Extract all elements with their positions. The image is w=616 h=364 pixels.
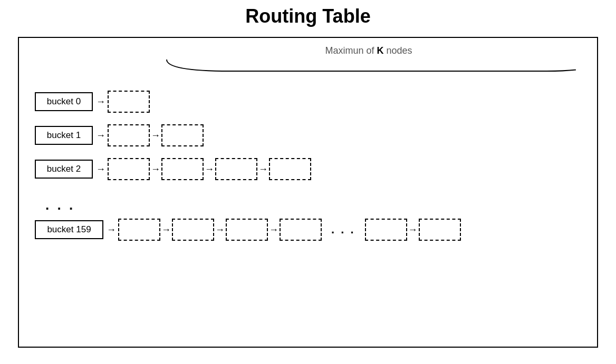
bucket-label-159: bucket 159: [35, 220, 103, 239]
link-arrow-1-0: →: [151, 124, 160, 146]
node-2-0: [108, 158, 150, 180]
node-0-0: [108, 91, 150, 113]
bucket-rows: bucket 0 → bucket 1 → → bucket 2 → → → →…: [35, 91, 581, 252]
brace-label: Maximun of K nodes: [325, 45, 412, 56]
initial-arrow-0: →: [96, 96, 105, 107]
node-2-3: [269, 158, 311, 180]
link-arrow-2-0: →: [151, 158, 160, 180]
link-arrow-2-1: →: [205, 158, 214, 180]
bucket-row-159: bucket 159 → → → → . . . →: [35, 219, 581, 241]
bucket-label-1: bucket 1: [35, 126, 93, 145]
node-159-2: [226, 219, 268, 241]
brace-text-prefix: Maximun of: [325, 45, 377, 56]
node-159-3: [280, 219, 322, 241]
brace-container: Maximun of K nodes: [161, 45, 576, 73]
initial-arrow-1: →: [96, 130, 105, 141]
node-159-0: [118, 219, 160, 241]
dots-middle: . . .: [45, 197, 581, 213]
bucket-row-0: bucket 0 →: [35, 91, 581, 113]
link-arrow-159-1: →: [215, 219, 225, 241]
diagram-box: Maximun of K nodes bucket 0 → bucket 1 →…: [18, 37, 598, 348]
initial-arrow-2: →: [96, 164, 105, 175]
bucket-row-1: bucket 1 → →: [35, 124, 581, 146]
bucket-label-0: bucket 0: [35, 92, 93, 111]
dots-159: . . .: [331, 223, 355, 237]
node-2-1: [161, 158, 204, 180]
page-title: Routing Table: [245, 5, 370, 27]
brace-text-suffix: nodes: [384, 45, 412, 56]
brace-bold: K: [377, 45, 384, 56]
initial-arrow-159: →: [107, 224, 116, 235]
link-arrow-159-0: →: [161, 219, 171, 241]
link-arrow-2-2: →: [258, 158, 268, 180]
link-arrow-159-4: →: [408, 219, 418, 241]
node-1-0: [108, 124, 150, 146]
node-1-1: [161, 124, 204, 146]
bucket-row-2: bucket 2 → → → →: [35, 158, 581, 180]
node-159-4: [365, 219, 407, 241]
link-arrow-159-2: →: [269, 219, 278, 241]
bucket-label-2: bucket 2: [35, 160, 93, 179]
node-159-1: [172, 219, 214, 241]
node-2-2: [215, 158, 257, 180]
brace-svg: [161, 57, 576, 73]
node-159-5: [419, 219, 461, 241]
